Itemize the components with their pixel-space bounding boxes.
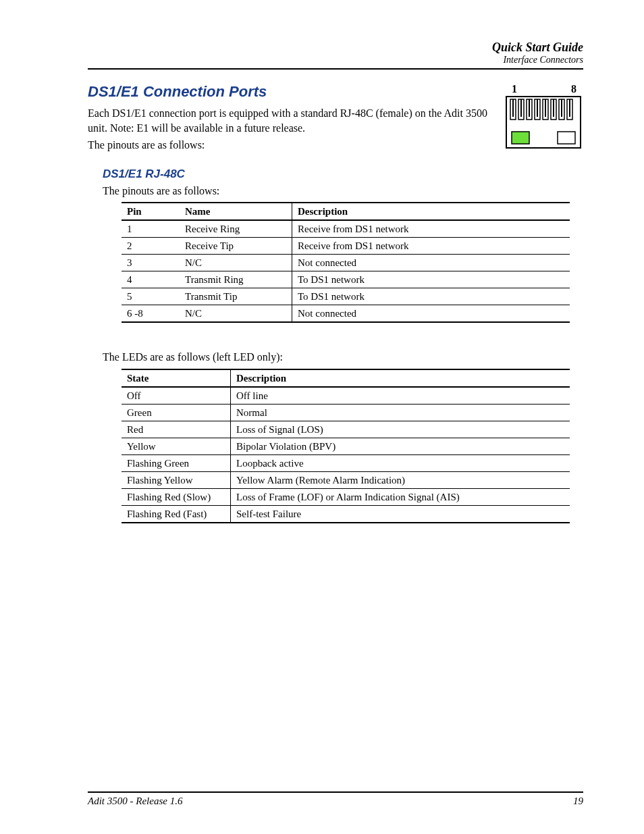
table-row: OffOff line [122,387,570,405]
cell-pin: 3 [122,255,180,271]
cell-description: Not connected [292,255,570,271]
connector-pin-1-label: 1 [512,83,517,95]
table-row: Flashing GreenLoopback active [122,454,570,471]
cell-pin: 4 [122,271,180,288]
cell-pin: 5 [122,288,180,305]
table-row: Flashing Red (Slow)Loss of Frame (LOF) o… [122,488,570,505]
cell-name: Receive Ring [180,220,292,238]
header-title: Quick Start Guide [88,41,583,55]
table-row: YellowBipolar Violation (BPV) [122,438,570,454]
cell-name: N/C [180,255,292,271]
cell-state: Off [122,387,231,405]
col-header-description: Description [231,369,570,387]
page-header: Quick Start Guide Interface Connectors [88,41,583,66]
led-lead: The LEDs are as follows (left LED only): [103,350,583,365]
footer-rule [88,791,583,793]
cell-description: Normal [231,404,570,421]
cell-state: Flashing Yellow [122,471,231,488]
table-row: GreenNormal [122,404,570,421]
section-intro: Each DS1/E1 connection port is equipped … [88,106,493,135]
led-table: State Description OffOff lineGreenNormal… [122,369,570,523]
table-row: 3N/CNot connected [122,255,570,271]
cell-description: Yellow Alarm (Remote Alarm Indication) [231,471,570,488]
pinouts-lead-1: The pinouts are as follows: [88,138,493,153]
cell-description: Loopback active [231,454,570,471]
table-row: 4Transmit RingTo DS1 network [122,271,570,288]
table-row: 2Receive TipReceive from DS1 network [122,238,570,255]
header-subtitle: Interface Connectors [88,55,583,66]
cell-state: Flashing Red (Fast) [122,505,231,523]
cell-name: Transmit Tip [180,288,292,305]
cell-name: Transmit Ring [180,271,292,288]
cell-description: Off line [231,387,570,405]
cell-name: N/C [180,305,292,323]
header-rule [88,68,583,70]
col-header-state: State [122,369,231,387]
cell-state: Green [122,404,231,421]
subsection-heading: DS1/E1 RJ-48C [103,167,583,181]
table-row: Flashing YellowYellow Alarm (Remote Alar… [122,471,570,488]
cell-pin: 6 -8 [122,305,180,323]
cell-description: To DS1 network [292,288,570,305]
rj48c-connector-figure: 1 8 [504,83,583,153]
table-row: Flashing Red (Fast)Self-test Failure [122,505,570,523]
cell-description: Not connected [292,305,570,323]
cell-state: Flashing Green [122,454,231,471]
col-header-pin: Pin [122,203,180,220]
cell-state: Yellow [122,438,231,454]
page-footer: Adit 3500 - Release 1.6 19 [88,791,583,807]
cell-description: To DS1 network [292,271,570,288]
cell-description: Receive from DS1 network [292,238,570,255]
table-row: RedLoss of Signal (LOS) [122,421,570,438]
right-led-icon [558,132,575,144]
table-row: 5Transmit TipTo DS1 network [122,288,570,305]
pinout-table: Pin Name Description 1Receive RingReceiv… [122,202,570,323]
cell-pin: 2 [122,238,180,255]
table-header-row: Pin Name Description [122,203,570,220]
pinouts-lead-2: The pinouts are as follows: [103,184,583,199]
left-led-icon [512,132,529,144]
cell-description: Loss of Frame (LOF) or Alarm Indication … [231,488,570,505]
cell-description: Self-test Failure [231,505,570,523]
footer-left: Adit 3500 - Release 1.6 [88,796,182,807]
cell-description: Loss of Signal (LOS) [231,421,570,438]
cell-state: Flashing Red (Slow) [122,488,231,505]
table-header-row: State Description [122,369,570,387]
table-row: 1Receive RingReceive from DS1 network [122,220,570,238]
cell-state: Red [122,421,231,438]
col-header-name: Name [180,203,292,220]
connector-pin-8-label: 8 [571,83,576,95]
cell-description: Bipolar Violation (BPV) [231,438,570,454]
table-row: 6 -8N/CNot connected [122,305,570,323]
cell-description: Receive from DS1 network [292,220,570,238]
cell-name: Receive Tip [180,238,292,255]
cell-pin: 1 [122,220,180,238]
section-heading: DS1/E1 Connection Ports [88,83,493,101]
col-header-description: Description [292,203,570,220]
footer-page-number: 19 [573,796,583,807]
